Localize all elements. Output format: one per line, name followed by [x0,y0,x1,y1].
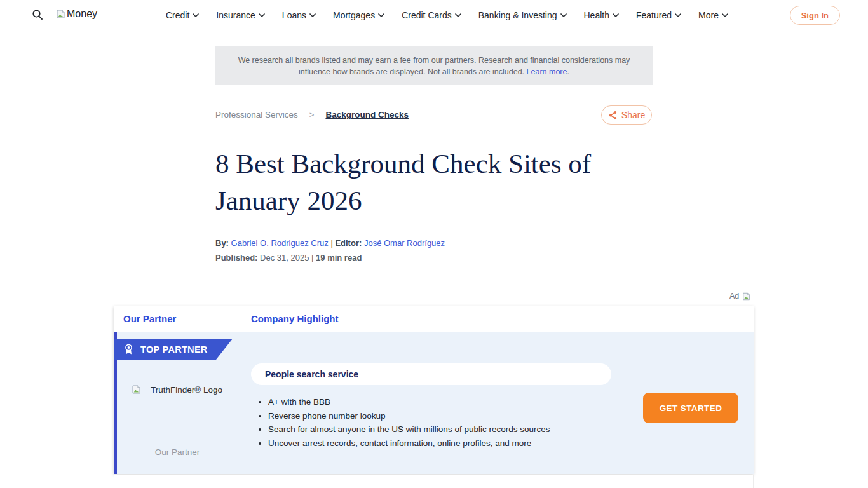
breadcrumb: Professional Services > Background Check… [215,110,409,119]
ad-tag: Ad [729,292,751,301]
share-icon [608,111,618,120]
byline: By: Gabriel O. Rodriguez Cruz | Editor: … [215,236,445,250]
nav-item-health[interactable]: Health [584,10,619,20]
share-button[interactable]: Share [601,105,652,125]
nav-item-credit[interactable]: Credit [166,10,199,20]
money-logo-alt-text: Money [67,8,97,20]
nav-item-more[interactable]: More [698,10,728,20]
disclosure-text: We research all brands listed and may ea… [238,56,630,76]
search-icon[interactable] [32,9,43,23]
our-partner-note: Our Partner [114,447,241,457]
truthfinder-logo-alt-text: TruthFinder® Logo [151,385,222,395]
top-partner-row: TOP PARTNER People search service TruthF… [114,332,754,474]
truthfinder-logo[interactable]: TruthFinder® Logo [132,384,222,395]
nav-item-loans[interactable]: Loans [282,10,316,20]
chevron-down-icon [675,13,681,17]
nav-item-label: Mortgages [333,10,375,20]
breadcrumb-professional-services[interactable]: Professional Services [215,110,298,119]
by-label: By: [215,238,229,248]
ad-label: Ad [729,292,739,301]
nav-item-featured[interactable]: Featured [636,10,681,20]
nav-item-label: Credit Cards [402,10,452,20]
byline-divider: | [330,238,332,248]
read-time: 19 min read [316,253,362,262]
breadcrumb-background-checks[interactable]: Background Checks [325,110,409,119]
nav-item-label: Loans [282,10,306,20]
breadcrumb-separator: > [309,110,315,119]
top-navigation-bar: Money Credit Insurance Loans Mortgages C… [0,0,868,30]
highlight-item: A+ with the BBB [257,395,550,409]
published-date: Dec 31, 2025 [260,253,309,262]
column-header-company-highlight: Company Highlight [251,313,339,324]
chevron-down-icon [378,13,384,17]
published-line: Published: Dec 31, 2025 | 19 min read [215,251,362,265]
nav-item-label: Insurance [216,10,255,20]
disclosure-suffix: . [567,67,569,76]
broken-image-icon[interactable] [742,292,751,301]
page: Money Credit Insurance Loans Mortgages C… [0,0,868,488]
partner-comparison-card: Our Partner Company Highlight TOP PARTNE… [114,306,754,474]
chevron-down-icon [722,13,728,17]
service-category-pill: People search service [251,363,611,385]
chevron-down-icon [455,13,461,17]
nav-item-mortgages[interactable]: Mortgages [333,10,384,20]
editor-label: Editor: [335,238,362,248]
page-title: 8 Best Background Check Sites of January… [215,146,653,219]
highlight-item: Reverse phone number lookup [257,409,550,423]
nav-item-label: Health [584,10,609,20]
service-category-label: People search service [265,369,358,379]
highlight-item: Uncover arrest records, contact informat… [257,437,550,451]
chevron-down-icon [193,13,199,17]
nav-item-credit-cards[interactable]: Credit Cards [402,10,461,20]
nav-item-label: Credit [166,10,189,20]
chevron-down-icon [309,13,316,17]
next-table-row-partial [114,475,754,488]
highlight-item: Search for almost anyone in the US with … [257,423,550,437]
advertiser-disclosure: We research all brands listed and may ea… [215,46,653,85]
nav-item-label: More [698,10,719,20]
nav-item-banking-investing[interactable]: Banking & Investing [478,10,567,20]
chevron-down-icon [613,13,619,17]
nav-item-label: Featured [636,10,672,20]
medal-icon [124,344,133,355]
publine-divider: | [311,253,313,262]
author-link[interactable]: Gabriel O. Rodriguez Cruz [231,238,329,248]
top-partner-badge-label: TOP PARTNER [140,344,208,355]
chevron-down-icon [259,13,265,17]
money-logo[interactable]: Money [56,8,97,20]
card-header-row: Our Partner Company Highlight [114,306,754,332]
top-partner-badge: TOP PARTNER [114,339,233,360]
magnifier-glyph [32,9,43,20]
learn-more-link[interactable]: Learn more [527,67,567,76]
broken-image-icon [56,9,66,19]
nav-item-insurance[interactable]: Insurance [216,10,264,20]
editor-link[interactable]: José Omar Rodríguez [364,238,445,248]
broken-image-icon [132,384,142,395]
main-nav: Credit Insurance Loans Mortgages Credit … [166,0,728,30]
share-label: Share [621,110,645,120]
nav-item-label: Banking & Investing [478,10,557,20]
sign-in-button[interactable]: Sign In [790,6,840,25]
get-started-button[interactable]: GET STARTED [643,393,738,423]
column-header-our-partner: Our Partner [123,313,176,324]
company-highlight-list: A+ with the BBB Reverse phone number loo… [257,395,550,450]
chevron-down-icon [560,13,567,17]
published-label: Published: [215,253,257,262]
